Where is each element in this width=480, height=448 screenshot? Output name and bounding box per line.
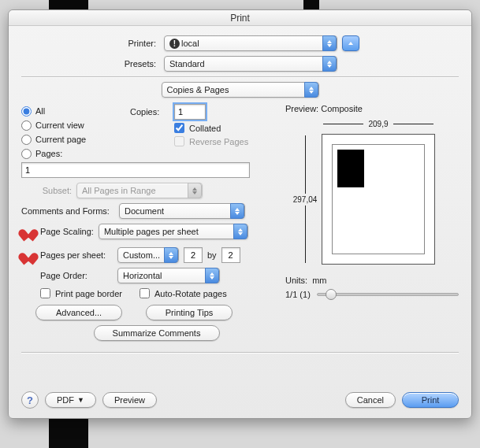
dialog-title: Print bbox=[9, 10, 471, 26]
pdf-menu-button[interactable]: PDF▼ bbox=[45, 392, 96, 408]
heart-annotation-icon bbox=[21, 249, 35, 261]
preview-width-dim: 209,9 bbox=[368, 120, 388, 128]
pps-height-input[interactable] bbox=[221, 247, 240, 263]
subset-label: Subset: bbox=[21, 186, 72, 195]
subset-value: All Pages in Range bbox=[82, 186, 156, 195]
disclosure-toggle[interactable] bbox=[342, 35, 359, 51]
page-scaling-label: Page Scaling: bbox=[40, 227, 94, 236]
presets-select[interactable]: Standard bbox=[164, 56, 337, 72]
print-page-border-checkbox[interactable] bbox=[40, 288, 50, 298]
heart-annotation-icon bbox=[21, 225, 35, 238]
pages-per-sheet-label: Pages per sheet: bbox=[40, 250, 113, 260]
range-pages-label: Pages: bbox=[35, 149, 62, 158]
pps-width-input[interactable] bbox=[184, 247, 203, 263]
page-scaling-select[interactable]: Multiple pages per sheet bbox=[99, 224, 248, 239]
print-page-border-label: Print page border bbox=[55, 289, 122, 298]
printing-tips-button[interactable]: Printing Tips bbox=[146, 305, 233, 320]
pps-by-label: by bbox=[207, 250, 217, 260]
help-button[interactable]: ? bbox=[21, 391, 39, 409]
range-all-radio[interactable] bbox=[21, 106, 32, 117]
select-arrows-icon bbox=[188, 183, 202, 198]
select-arrows-icon bbox=[205, 268, 219, 283]
printer-label: Printer: bbox=[21, 39, 159, 48]
summarize-comments-button[interactable]: Summarize Comments bbox=[94, 325, 220, 341]
print-button[interactable]: Print bbox=[402, 392, 459, 408]
comments-value: Document bbox=[125, 206, 164, 216]
select-arrows-icon bbox=[304, 82, 318, 98]
subset-select: All Pages in Range bbox=[76, 183, 203, 198]
select-arrows-icon bbox=[322, 56, 337, 72]
preview-title: Preview: Composite bbox=[285, 104, 459, 113]
auto-rotate-checkbox[interactable] bbox=[140, 288, 150, 298]
page-slider[interactable] bbox=[317, 293, 459, 296]
advanced-button[interactable]: Advanced... bbox=[35, 305, 122, 320]
page-order-select[interactable]: Horizontal bbox=[117, 268, 220, 283]
presets-value: Standard bbox=[169, 59, 205, 68]
page-order-value: Horizontal bbox=[123, 271, 162, 280]
pages-per-sheet-value: Custom... bbox=[123, 250, 160, 260]
pages-input[interactable] bbox=[21, 162, 250, 178]
reverse-pages-label: Reverse Pages bbox=[189, 137, 248, 146]
page-order-label: Page Order: bbox=[40, 271, 113, 280]
range-current-view-radio[interactable] bbox=[21, 120, 32, 131]
preview-pane: 209,9 297,04 Units: bbox=[285, 117, 459, 299]
range-current-view-label: Current view bbox=[35, 120, 84, 130]
select-arrows-icon bbox=[233, 224, 247, 239]
auto-rotate-label: Auto-Rotate pages bbox=[154, 289, 227, 298]
page-counter: 1/1 (1) bbox=[285, 290, 311, 299]
comments-select[interactable]: Document bbox=[119, 203, 245, 219]
pages-per-sheet-select[interactable]: Custom... bbox=[117, 247, 179, 263]
collated-label: Collated bbox=[189, 124, 221, 133]
range-current-page-label: Current page bbox=[35, 135, 86, 144]
presets-label: Presets: bbox=[21, 59, 159, 68]
units-value: mm bbox=[312, 276, 326, 285]
chevron-down-icon: ▼ bbox=[77, 396, 84, 404]
range-all-label: All bbox=[35, 106, 45, 116]
reverse-pages-checkbox bbox=[174, 136, 184, 146]
section-select[interactable]: Copies & Pages bbox=[162, 82, 319, 98]
copies-label: Copies: bbox=[130, 107, 169, 117]
slider-thumb[interactable] bbox=[326, 289, 337, 300]
collated-checkbox[interactable] bbox=[174, 123, 184, 133]
print-dialog: Print Printer: ! local Presets: Standard… bbox=[8, 9, 472, 419]
printer-warning-icon: ! bbox=[169, 39, 180, 49]
range-pages-radio[interactable] bbox=[21, 149, 32, 159]
units-label: Units: bbox=[285, 276, 307, 285]
select-arrows-icon bbox=[322, 35, 337, 51]
copies-input[interactable] bbox=[174, 104, 206, 120]
select-arrows-icon bbox=[164, 247, 178, 263]
separator bbox=[21, 76, 459, 77]
preview-button[interactable]: Preview bbox=[102, 392, 157, 408]
range-current-page-radio[interactable] bbox=[21, 135, 32, 145]
page-scaling-value: Multiple pages per sheet bbox=[104, 227, 199, 236]
cancel-button[interactable]: Cancel bbox=[345, 392, 396, 408]
printer-select[interactable]: ! local bbox=[164, 35, 337, 51]
comments-label: Comments and Forms: bbox=[21, 206, 114, 216]
select-arrows-icon bbox=[230, 203, 244, 219]
separator bbox=[21, 352, 459, 353]
printer-value: local bbox=[181, 39, 199, 48]
section-value: Copies & Pages bbox=[167, 85, 229, 94]
preview-page-thumbnail bbox=[337, 150, 364, 187]
preview-height-dim: 297,04 bbox=[293, 195, 318, 204]
